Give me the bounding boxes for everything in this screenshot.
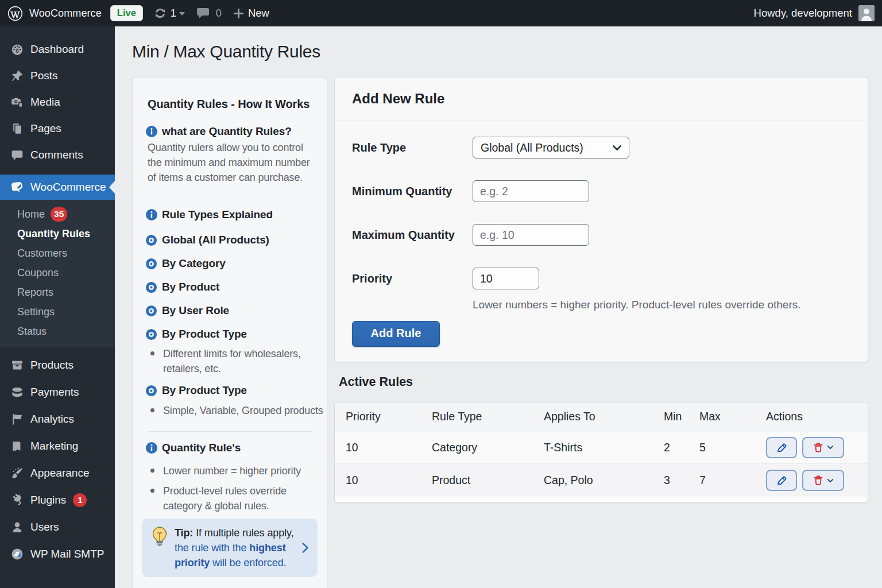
current-menu-arrow bbox=[109, 181, 115, 194]
sidebar-item-label: Pages bbox=[30, 122, 61, 135]
submenu-item-coupons[interactable]: Coupons bbox=[0, 263, 115, 283]
bullet-ring-icon bbox=[146, 235, 157, 246]
sidebar-item-label: Appearance bbox=[30, 467, 89, 479]
sidebar-item-analytics[interactable]: Analytics bbox=[0, 405, 115, 432]
howdy-text: Howdy, development bbox=[754, 7, 852, 20]
info-icon bbox=[146, 442, 157, 454]
live-badge: Live bbox=[110, 5, 143, 21]
note-item: Lower number = higher priority bbox=[149, 463, 312, 478]
rule-type-select[interactable]: Global (All Products) bbox=[473, 137, 629, 158]
sidebar-item-label: Users bbox=[30, 521, 59, 533]
list-item: Global (All Products) bbox=[148, 234, 312, 246]
account-menu[interactable]: Howdy, development bbox=[754, 5, 882, 21]
delete-rule-button[interactable] bbox=[802, 470, 844, 491]
bullet-ring-icon bbox=[146, 305, 157, 316]
speech-bubble-icon bbox=[11, 149, 24, 161]
submenu-item-status[interactable]: Status bbox=[0, 322, 115, 341]
add-rule-button[interactable]: Add Rule bbox=[352, 321, 440, 347]
submenu-item-label: Home bbox=[17, 208, 45, 220]
submenu-item-reports[interactable]: Reports bbox=[0, 283, 115, 302]
updates-count: 1 bbox=[171, 7, 176, 20]
wordpress-logo-icon[interactable] bbox=[7, 6, 23, 21]
camera-icon bbox=[11, 96, 24, 109]
site-name[interactable]: WooCommerce bbox=[29, 7, 102, 20]
minimum-quantity-input[interactable] bbox=[473, 180, 589, 202]
caret-down-icon bbox=[179, 12, 185, 16]
bullet-dot-icon bbox=[150, 408, 154, 412]
sidebar-item-payments[interactable]: Payments bbox=[0, 378, 115, 405]
comments-menu[interactable]: 0 bbox=[197, 7, 222, 20]
table-row: 10 Product Cap, Polo 3 7 bbox=[335, 464, 868, 497]
coins-icon bbox=[11, 386, 24, 399]
comments-count: 0 bbox=[216, 7, 222, 20]
user-avatar-icon bbox=[858, 5, 875, 21]
rule-type-label: Rule Type bbox=[352, 141, 473, 154]
sidebar-item-woocommerce[interactable]: WooCommerce bbox=[0, 175, 115, 200]
submenu-item-label: Customers bbox=[17, 247, 67, 260]
edit-rule-button[interactable] bbox=[766, 470, 797, 491]
note-text: Simple, Variable, Grouped products bbox=[163, 403, 323, 418]
sidebar-item-users[interactable]: Users bbox=[0, 513, 115, 540]
delete-rule-button[interactable] bbox=[802, 437, 844, 458]
section-body: Quantity rulers allow you to control the… bbox=[148, 140, 312, 185]
notification-badge: 1 bbox=[73, 493, 87, 507]
sidebar-item-dashboard[interactable]: Dashboard bbox=[0, 36, 115, 63]
bullet-dot-icon bbox=[150, 469, 154, 473]
archive-box-icon bbox=[11, 359, 24, 372]
sidebar-item-marketing[interactable]: Marketing bbox=[0, 432, 115, 459]
submenu-item-customers[interactable]: Customers bbox=[0, 243, 115, 263]
admin-sidebar: Dashboard Posts Media Pages Comments Woo… bbox=[0, 26, 115, 588]
sidebar-item-posts[interactable]: Posts bbox=[0, 63, 115, 89]
sidebar-item-label: Products bbox=[30, 359, 74, 372]
sidebar-item-label: Media bbox=[30, 96, 60, 109]
bullet-ring-icon bbox=[146, 258, 157, 269]
note-text: Different limits for wholesalers, retail… bbox=[163, 346, 312, 376]
submenu-item-home[interactable]: Home 35 bbox=[0, 204, 115, 224]
new-menu[interactable]: New bbox=[234, 7, 269, 20]
sidebar-item-media[interactable]: Media bbox=[0, 89, 115, 115]
updates-menu[interactable]: 1 bbox=[154, 7, 185, 20]
list-item: By Category bbox=[148, 257, 312, 270]
sidebar-item-label: Plugins bbox=[30, 494, 66, 506]
cell-applies-to: Cap, Polo bbox=[544, 474, 664, 487]
priority-label: Priority bbox=[352, 272, 473, 285]
add-new-rule-panel: Add New Rule Rule Type Global (All Produ… bbox=[334, 77, 868, 362]
tip-text: Tip: If multiple rules apply, the rule w… bbox=[175, 525, 300, 570]
bullet-dot-icon bbox=[150, 489, 154, 493]
note-item: Different limits for wholesalers, retail… bbox=[149, 346, 312, 376]
rule-type-label: By Category bbox=[162, 257, 226, 270]
sidebar-item-comments[interactable]: Comments bbox=[0, 142, 115, 168]
page-title: Min / Max Quantity Rules bbox=[132, 42, 868, 61]
cell-min: 3 bbox=[664, 474, 699, 487]
cell-applies-to: T-Shirts bbox=[544, 441, 664, 454]
active-rules-title: Active Rules bbox=[339, 375, 868, 389]
sidebar-item-pages[interactable]: Pages bbox=[0, 115, 115, 142]
content-area: Min / Max Quantity Rules Quantity Rules … bbox=[115, 26, 882, 588]
sidebar-item-plugins[interactable]: Plugins 1 bbox=[0, 486, 115, 513]
comment-bubble-icon bbox=[197, 8, 209, 18]
sidebar-item-label: Payments bbox=[30, 386, 79, 399]
submenu-item-quantity-rules[interactable]: Quantity Rules bbox=[0, 224, 115, 243]
column-header: Priority bbox=[346, 410, 432, 423]
user-icon bbox=[11, 521, 24, 533]
list-item: By User Role bbox=[148, 304, 312, 317]
sidebar-item-label: Comments bbox=[30, 149, 83, 161]
admin-bar: WooCommerce Live 1 0 New Howdy, developm… bbox=[0, 0, 882, 26]
sidebar-item-appearance[interactable]: Appearance bbox=[0, 459, 115, 486]
sidebar-item-wp-mail-smtp[interactable]: WP Mail SMTP bbox=[0, 540, 115, 567]
sidebar-item-label: WooCommerce bbox=[30, 181, 106, 194]
avatar bbox=[858, 5, 875, 21]
submenu-item-label: Status bbox=[17, 326, 47, 338]
priority-input[interactable] bbox=[473, 268, 539, 289]
edit-rule-button[interactable] bbox=[766, 437, 797, 458]
chevron-right-icon[interactable] bbox=[301, 542, 310, 554]
column-header: Max bbox=[699, 410, 766, 423]
maximum-quantity-input[interactable] bbox=[473, 224, 589, 246]
sidebar-item-products[interactable]: Products bbox=[0, 351, 115, 378]
plug-icon bbox=[11, 494, 24, 506]
list-item: By Product bbox=[148, 281, 312, 293]
woocommerce-icon bbox=[11, 181, 24, 194]
section-title: what are Quantity Rules? bbox=[162, 125, 292, 138]
cell-rule-type: Product bbox=[432, 474, 544, 487]
submenu-item-settings[interactable]: Settings bbox=[0, 302, 115, 322]
